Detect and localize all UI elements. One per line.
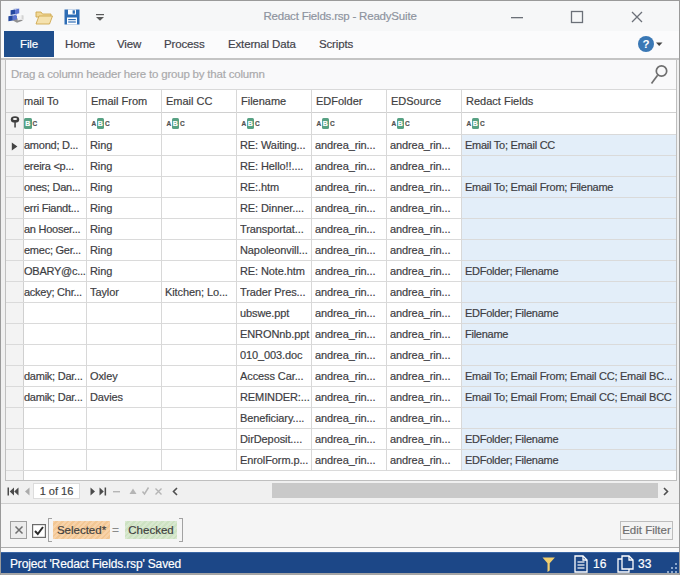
svg-text:?: ? bbox=[642, 38, 649, 50]
